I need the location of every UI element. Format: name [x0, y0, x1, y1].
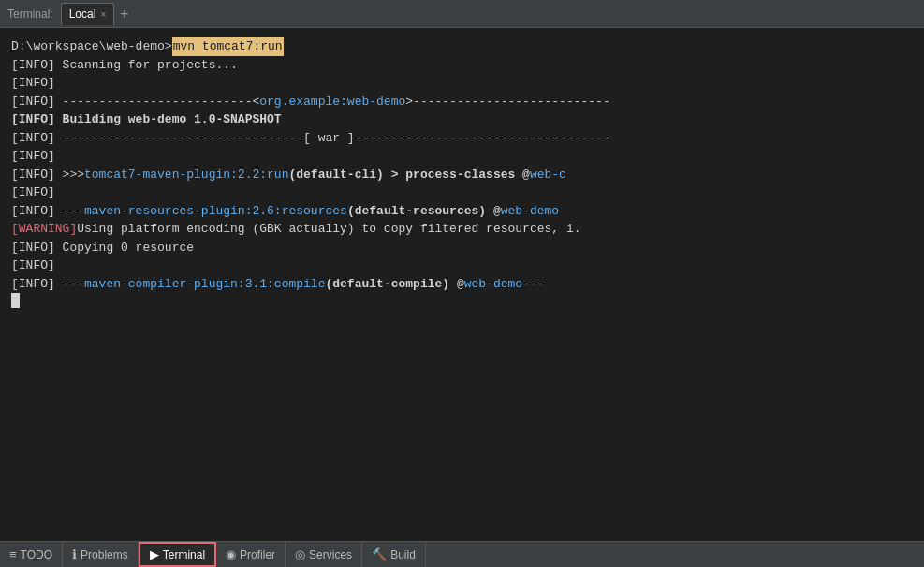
terminal-line-5: [INFO] ---------------------------------… [11, 129, 913, 148]
statusbar-profiler-label: Profiler [240, 548, 275, 561]
terminal-line-12: [INFO] --- maven-compiler-plugin:3.1:com… [11, 275, 913, 294]
tab-bar-label: Terminal: [7, 7, 53, 21]
cursor-block [11, 293, 20, 308]
terminal-line-4: [INFO] Building web-demo 1.0-SNAPSHOT [11, 110, 913, 129]
terminal-line-1: [INFO] Scanning for projects... [11, 56, 913, 75]
profiler-icon: ◉ [226, 547, 236, 561]
command-text: mvn tomcat7:run [172, 37, 284, 56]
terminal-line-warn: [WARNING] Using platform encoding (GBK a… [11, 220, 913, 239]
terminal-line-prompt: D:\workspace\web-demo>mvn tomcat7:run [11, 37, 913, 56]
statusbar-todo[interactable]: ≡ TODO [0, 542, 63, 567]
terminal-line-9: [INFO] --- maven-resources-plugin:2.6:re… [11, 202, 913, 221]
tab-bar: Terminal: Local × + [0, 0, 924, 28]
build-icon: 🔨 [372, 547, 387, 561]
terminal-line-7: [INFO] >>> tomcat7-maven-plugin:2.2:run … [11, 166, 913, 184]
todo-icon: ≡ [9, 547, 17, 561]
statusbar-services-label: Services [309, 548, 352, 561]
services-icon: ◎ [295, 547, 305, 561]
problems-icon: ℹ [72, 547, 77, 561]
statusbar-problems-label: Problems [81, 548, 128, 561]
terminal-content: D:\workspace\web-demo>mvn tomcat7:run [I… [0, 28, 924, 541]
statusbar-todo-label: TODO [21, 548, 52, 561]
terminal-line-10: [INFO] Copying 0 resource [11, 239, 913, 257]
tab-local-label: Local [69, 7, 96, 21]
status-bar: ≡ TODO ℹ Problems ▶ Terminal ◉ Profiler … [0, 541, 924, 567]
statusbar-terminal-label: Terminal [163, 548, 205, 561]
terminal-line-11: [INFO] [11, 256, 913, 275]
statusbar-terminal[interactable]: ▶ Terminal [139, 542, 216, 567]
tab-local[interactable]: Local × [61, 3, 115, 25]
terminal-line-6: [INFO] [11, 147, 913, 166]
statusbar-services[interactable]: ◎ Services [286, 542, 362, 567]
statusbar-problems[interactable]: ℹ Problems [63, 542, 139, 567]
add-tab-button[interactable]: + [120, 7, 128, 22]
terminal-line-3: [INFO] --------------------------< org.e… [11, 93, 913, 111]
close-icon[interactable]: × [100, 9, 106, 20]
statusbar-profiler[interactable]: ◉ Profiler [216, 542, 286, 567]
terminal-line-2: [INFO] [11, 74, 913, 93]
terminal-line-8: [INFO] [11, 183, 913, 202]
terminal-icon: ▶ [150, 547, 159, 561]
terminal-cursor-line [11, 293, 913, 308]
prompt-text: D:\workspace\web-demo> [11, 37, 172, 56]
statusbar-build[interactable]: 🔨 Build [362, 542, 426, 567]
statusbar-build-label: Build [390, 548, 416, 561]
